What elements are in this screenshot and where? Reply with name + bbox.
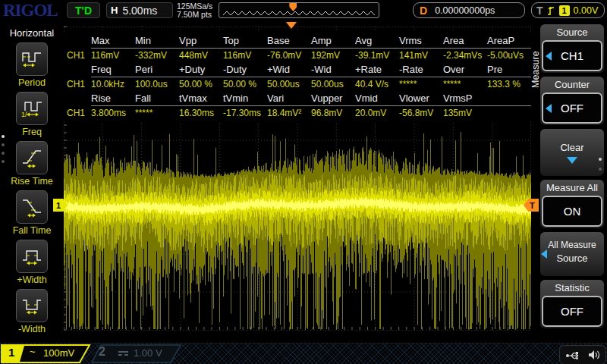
sidebar-item-rise-time[interactable]: Rise Time	[0, 141, 64, 190]
rise-time-icon[interactable]	[16, 141, 48, 174]
trigger-status-text: T'D	[75, 5, 92, 17]
acquisition-info: 125MSa/s 7.50M pts	[177, 2, 212, 19]
sidebar-item-freq[interactable]: 1/ Freq	[0, 92, 64, 141]
measure-header-cell: Base	[267, 35, 311, 46]
measure-header-cell: tVmax	[179, 93, 223, 104]
softkey-label: Measure All	[542, 180, 602, 196]
measure-value-cell: -332mV	[135, 50, 179, 61]
sidebar-page-dots	[2, 135, 5, 163]
measure-header-cell: +Wid	[267, 64, 311, 75]
timebase-box[interactable]: H 5.00ms	[106, 2, 173, 18]
measure-value-cell: 192mV	[311, 50, 355, 61]
preview-waveform-icon	[221, 5, 377, 17]
measure-value-cell: 18.4mV²	[267, 108, 311, 118]
sidebar-item-label: Fall Time	[13, 225, 52, 236]
measure-header-cell: Vrms	[399, 35, 443, 46]
softkey-label: All Measure	[542, 237, 602, 251]
rigol-logo: RIGOL	[3, 1, 58, 20]
softkey-label: Statistic	[542, 281, 602, 296]
timebase-value: 5.00ms	[122, 5, 157, 17]
measure-value-cell: 135mV	[443, 108, 487, 118]
measure-value-cell: -17.30ms	[223, 108, 267, 118]
measure-value-cell: *****	[135, 108, 179, 118]
sidebar-title: Horizontal	[0, 21, 64, 42]
down-arrow-icon	[567, 157, 577, 164]
delay-value: 0.00000000ps	[435, 5, 495, 16]
minus-width-icon[interactable]	[16, 289, 48, 322]
measure-header-row: MaxMinVppTopBaseAmpAvgVrmsAreaAreaP	[64, 33, 531, 48]
freq-icon[interactable]: 1/	[16, 92, 48, 125]
measure-header-cell: Rise	[91, 93, 135, 104]
channel2-badge[interactable]: 2 1.00 V	[91, 344, 182, 363]
trigger-source-badge: 1	[559, 5, 570, 16]
softkey-source[interactable]: Source CH1	[540, 24, 604, 73]
softkey-value-button[interactable]: ON	[542, 196, 602, 227]
measure-value-cell: 50.00us	[267, 79, 311, 89]
channel1-badge[interactable]: 1 ~ 100mV	[1, 344, 92, 363]
trigger-position-marker[interactable]	[286, 22, 297, 29]
measure-header-cell: Pre	[487, 64, 531, 75]
softkey-value-button[interactable]: CH1	[542, 40, 602, 71]
measure-header-cell: Area	[443, 35, 487, 46]
measure-header-cell: tVmin	[223, 93, 267, 104]
softkey-statistic[interactable]: Statistic OFF	[540, 280, 604, 328]
softkey-value-button[interactable]: OFF	[542, 296, 602, 327]
measure-header-cell: Vmid	[355, 93, 399, 104]
measure-value-cell: 116mV	[223, 50, 267, 61]
measure-value-cell: 10.0kHz	[91, 79, 135, 89]
softkey-measure-all[interactable]: Measure All ON	[540, 180, 604, 228]
softkey-value: OFF	[561, 102, 583, 115]
measure-value-row: CH13.800ms*****16.30ms-17.30ms18.4mV²96.…	[64, 105, 531, 120]
beeper-icon	[588, 350, 600, 360]
measure-value-cell: 141mV	[399, 50, 443, 61]
measure-value-cell: 50.00 %	[179, 79, 223, 89]
sidebar-item--width[interactable]: +Width	[0, 240, 64, 289]
trigger-box[interactable]: T 1 0.00V	[531, 2, 605, 18]
measure-value-cell: 3.800ms	[91, 108, 135, 118]
measure-header-cell: VrmsP	[443, 93, 487, 104]
delay-label: D	[420, 5, 427, 17]
waveform-preview-bar[interactable]	[219, 2, 379, 18]
usb-icon	[565, 350, 582, 360]
measure-header-cell: Over	[443, 64, 487, 75]
measure-header-cell: -Duty	[223, 64, 267, 75]
measure-value-cell: 50.00us	[311, 79, 355, 89]
sidebar-item-label: Period	[18, 77, 46, 88]
channel1-scale: 100mV	[43, 347, 74, 359]
measure-header-cell: Avg	[355, 35, 399, 46]
measure-header-cell: Amp	[311, 35, 355, 46]
measurement-table: MaxMinVppTopBaseAmpAvgVrmsAreaAreaPCH111…	[64, 32, 531, 121]
memory-depth: 7.50M pts	[177, 11, 212, 19]
softkey-all-measure[interactable]: All Measure Source	[540, 232, 604, 276]
measure-value-cell	[487, 108, 531, 118]
softkey-value: Source	[542, 251, 602, 266]
measure-value-cell: 116mV	[91, 50, 135, 61]
sidebar-item--width[interactable]: -Width	[0, 289, 64, 338]
measure-value-cell: 50.00 %	[223, 79, 267, 89]
measure-header-cell: AreaP	[487, 35, 531, 46]
fall-time-icon[interactable]	[16, 190, 48, 224]
plus-width-icon[interactable]	[16, 240, 48, 273]
measure-value-cell: 20.0mV	[355, 108, 399, 118]
measure-value-cell: *****	[443, 79, 487, 89]
rising-edge-icon	[547, 5, 555, 16]
sidebar-item-label: -Width	[18, 324, 46, 334]
top-status-bar: RIGOL T'D H 5.00ms 125MSa/s 7.50M pts D …	[0, 0, 607, 21]
measure-header-row: FreqPeri+Duty-Duty+Wid-Wid+Rate-RateOver…	[64, 62, 531, 77]
softkey-counter[interactable]: Counter OFF	[540, 77, 604, 125]
softkey-clear[interactable]: Clear	[540, 129, 604, 176]
measure-header-cell: Peri	[135, 64, 179, 75]
measure-header-cell: Top	[223, 35, 267, 46]
period-icon[interactable]	[16, 42, 48, 76]
measure-header-cell: Fall	[135, 93, 179, 104]
channel-status-bar: 1 ~ 100mV 2 1.00 V	[0, 343, 607, 364]
measure-header-cell: Vari	[267, 93, 311, 104]
measure-header-cell: +Rate	[355, 64, 399, 75]
softkey-menu: Source CH1 Counter OFF Clear Measure All…	[540, 24, 604, 343]
sidebar-item-period[interactable]: Period	[0, 42, 64, 92]
sidebar-item-fall-time[interactable]: Fall Time	[0, 190, 64, 240]
softkey-value-button[interactable]: OFF	[542, 93, 602, 124]
channel2-number: 2	[99, 345, 105, 359]
delay-box[interactable]: D 0.00000000ps	[413, 2, 525, 18]
measure-value-row: CH1116mV-332mV448mV116mV-76.0mV192mV-39.…	[64, 48, 531, 62]
